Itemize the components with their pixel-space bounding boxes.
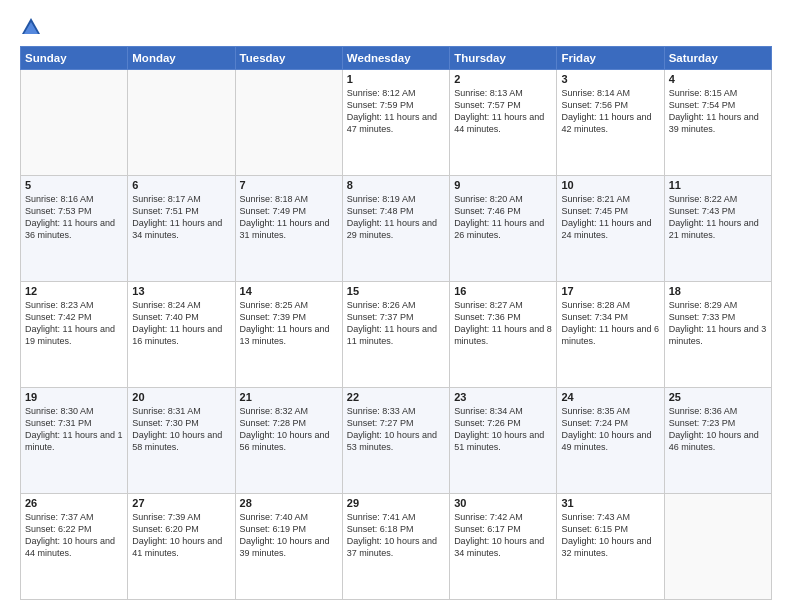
day-info: Sunrise: 8:28 AM Sunset: 7:34 PM Dayligh… — [561, 299, 659, 348]
calendar-cell: 18Sunrise: 8:29 AM Sunset: 7:33 PM Dayli… — [664, 282, 771, 388]
day-number: 24 — [561, 391, 659, 403]
calendar-header-row: SundayMondayTuesdayWednesdayThursdayFrid… — [21, 47, 772, 70]
day-info: Sunrise: 8:34 AM Sunset: 7:26 PM Dayligh… — [454, 405, 552, 454]
day-number: 17 — [561, 285, 659, 297]
calendar-header-saturday: Saturday — [664, 47, 771, 70]
day-info: Sunrise: 7:40 AM Sunset: 6:19 PM Dayligh… — [240, 511, 338, 560]
day-info: Sunrise: 8:26 AM Sunset: 7:37 PM Dayligh… — [347, 299, 445, 348]
day-info: Sunrise: 7:41 AM Sunset: 6:18 PM Dayligh… — [347, 511, 445, 560]
calendar-header-wednesday: Wednesday — [342, 47, 449, 70]
day-number: 13 — [132, 285, 230, 297]
day-info: Sunrise: 8:18 AM Sunset: 7:49 PM Dayligh… — [240, 193, 338, 242]
calendar-cell: 7Sunrise: 8:18 AM Sunset: 7:49 PM Daylig… — [235, 176, 342, 282]
day-number: 1 — [347, 73, 445, 85]
day-number: 22 — [347, 391, 445, 403]
day-info: Sunrise: 8:33 AM Sunset: 7:27 PM Dayligh… — [347, 405, 445, 454]
day-number: 6 — [132, 179, 230, 191]
day-info: Sunrise: 8:23 AM Sunset: 7:42 PM Dayligh… — [25, 299, 123, 348]
day-number: 31 — [561, 497, 659, 509]
header — [20, 16, 772, 38]
calendar-cell: 11Sunrise: 8:22 AM Sunset: 7:43 PM Dayli… — [664, 176, 771, 282]
day-info: Sunrise: 8:24 AM Sunset: 7:40 PM Dayligh… — [132, 299, 230, 348]
day-info: Sunrise: 7:42 AM Sunset: 6:17 PM Dayligh… — [454, 511, 552, 560]
day-info: Sunrise: 8:14 AM Sunset: 7:56 PM Dayligh… — [561, 87, 659, 136]
calendar-cell: 29Sunrise: 7:41 AM Sunset: 6:18 PM Dayli… — [342, 494, 449, 600]
calendar-cell: 6Sunrise: 8:17 AM Sunset: 7:51 PM Daylig… — [128, 176, 235, 282]
day-info: Sunrise: 7:37 AM Sunset: 6:22 PM Dayligh… — [25, 511, 123, 560]
day-number: 19 — [25, 391, 123, 403]
day-number: 14 — [240, 285, 338, 297]
day-number: 5 — [25, 179, 123, 191]
day-info: Sunrise: 8:15 AM Sunset: 7:54 PM Dayligh… — [669, 87, 767, 136]
day-number: 18 — [669, 285, 767, 297]
calendar-cell: 15Sunrise: 8:26 AM Sunset: 7:37 PM Dayli… — [342, 282, 449, 388]
calendar-cell: 25Sunrise: 8:36 AM Sunset: 7:23 PM Dayli… — [664, 388, 771, 494]
calendar-week-row: 5Sunrise: 8:16 AM Sunset: 7:53 PM Daylig… — [21, 176, 772, 282]
calendar-cell: 3Sunrise: 8:14 AM Sunset: 7:56 PM Daylig… — [557, 70, 664, 176]
day-info: Sunrise: 8:22 AM Sunset: 7:43 PM Dayligh… — [669, 193, 767, 242]
day-info: Sunrise: 8:30 AM Sunset: 7:31 PM Dayligh… — [25, 405, 123, 454]
day-info: Sunrise: 8:13 AM Sunset: 7:57 PM Dayligh… — [454, 87, 552, 136]
day-number: 26 — [25, 497, 123, 509]
day-info: Sunrise: 8:21 AM Sunset: 7:45 PM Dayligh… — [561, 193, 659, 242]
day-info: Sunrise: 7:39 AM Sunset: 6:20 PM Dayligh… — [132, 511, 230, 560]
calendar-cell — [664, 494, 771, 600]
calendar-header-monday: Monday — [128, 47, 235, 70]
day-number: 9 — [454, 179, 552, 191]
calendar-cell: 4Sunrise: 8:15 AM Sunset: 7:54 PM Daylig… — [664, 70, 771, 176]
calendar-cell: 17Sunrise: 8:28 AM Sunset: 7:34 PM Dayli… — [557, 282, 664, 388]
calendar-cell: 14Sunrise: 8:25 AM Sunset: 7:39 PM Dayli… — [235, 282, 342, 388]
page: SundayMondayTuesdayWednesdayThursdayFrid… — [0, 0, 792, 612]
day-number: 3 — [561, 73, 659, 85]
day-number: 29 — [347, 497, 445, 509]
day-info: Sunrise: 8:25 AM Sunset: 7:39 PM Dayligh… — [240, 299, 338, 348]
calendar-cell: 10Sunrise: 8:21 AM Sunset: 7:45 PM Dayli… — [557, 176, 664, 282]
day-number: 10 — [561, 179, 659, 191]
day-number: 12 — [25, 285, 123, 297]
day-info: Sunrise: 7:43 AM Sunset: 6:15 PM Dayligh… — [561, 511, 659, 560]
calendar-cell: 26Sunrise: 7:37 AM Sunset: 6:22 PM Dayli… — [21, 494, 128, 600]
calendar-cell — [21, 70, 128, 176]
calendar-week-row: 12Sunrise: 8:23 AM Sunset: 7:42 PM Dayli… — [21, 282, 772, 388]
calendar-cell: 28Sunrise: 7:40 AM Sunset: 6:19 PM Dayli… — [235, 494, 342, 600]
day-number: 28 — [240, 497, 338, 509]
calendar-header-friday: Friday — [557, 47, 664, 70]
day-info: Sunrise: 8:17 AM Sunset: 7:51 PM Dayligh… — [132, 193, 230, 242]
day-info: Sunrise: 8:29 AM Sunset: 7:33 PM Dayligh… — [669, 299, 767, 348]
day-number: 2 — [454, 73, 552, 85]
calendar-header-thursday: Thursday — [450, 47, 557, 70]
day-number: 16 — [454, 285, 552, 297]
day-number: 4 — [669, 73, 767, 85]
calendar-cell: 8Sunrise: 8:19 AM Sunset: 7:48 PM Daylig… — [342, 176, 449, 282]
calendar-week-row: 1Sunrise: 8:12 AM Sunset: 7:59 PM Daylig… — [21, 70, 772, 176]
day-info: Sunrise: 8:27 AM Sunset: 7:36 PM Dayligh… — [454, 299, 552, 348]
day-info: Sunrise: 8:19 AM Sunset: 7:48 PM Dayligh… — [347, 193, 445, 242]
calendar-cell: 13Sunrise: 8:24 AM Sunset: 7:40 PM Dayli… — [128, 282, 235, 388]
calendar-table: SundayMondayTuesdayWednesdayThursdayFrid… — [20, 46, 772, 600]
day-number: 15 — [347, 285, 445, 297]
day-info: Sunrise: 8:32 AM Sunset: 7:28 PM Dayligh… — [240, 405, 338, 454]
day-number: 23 — [454, 391, 552, 403]
day-number: 30 — [454, 497, 552, 509]
calendar-cell — [128, 70, 235, 176]
calendar-week-row: 19Sunrise: 8:30 AM Sunset: 7:31 PM Dayli… — [21, 388, 772, 494]
calendar-week-row: 26Sunrise: 7:37 AM Sunset: 6:22 PM Dayli… — [21, 494, 772, 600]
day-info: Sunrise: 8:16 AM Sunset: 7:53 PM Dayligh… — [25, 193, 123, 242]
calendar-cell: 1Sunrise: 8:12 AM Sunset: 7:59 PM Daylig… — [342, 70, 449, 176]
day-number: 20 — [132, 391, 230, 403]
day-number: 7 — [240, 179, 338, 191]
day-number: 27 — [132, 497, 230, 509]
calendar-cell: 30Sunrise: 7:42 AM Sunset: 6:17 PM Dayli… — [450, 494, 557, 600]
calendar-cell: 27Sunrise: 7:39 AM Sunset: 6:20 PM Dayli… — [128, 494, 235, 600]
calendar-cell: 23Sunrise: 8:34 AM Sunset: 7:26 PM Dayli… — [450, 388, 557, 494]
logo — [20, 16, 46, 38]
calendar-cell: 21Sunrise: 8:32 AM Sunset: 7:28 PM Dayli… — [235, 388, 342, 494]
day-info: Sunrise: 8:12 AM Sunset: 7:59 PM Dayligh… — [347, 87, 445, 136]
calendar-header-tuesday: Tuesday — [235, 47, 342, 70]
day-number: 25 — [669, 391, 767, 403]
calendar-cell: 2Sunrise: 8:13 AM Sunset: 7:57 PM Daylig… — [450, 70, 557, 176]
day-info: Sunrise: 8:36 AM Sunset: 7:23 PM Dayligh… — [669, 405, 767, 454]
calendar-cell: 20Sunrise: 8:31 AM Sunset: 7:30 PM Dayli… — [128, 388, 235, 494]
day-number: 11 — [669, 179, 767, 191]
day-info: Sunrise: 8:20 AM Sunset: 7:46 PM Dayligh… — [454, 193, 552, 242]
